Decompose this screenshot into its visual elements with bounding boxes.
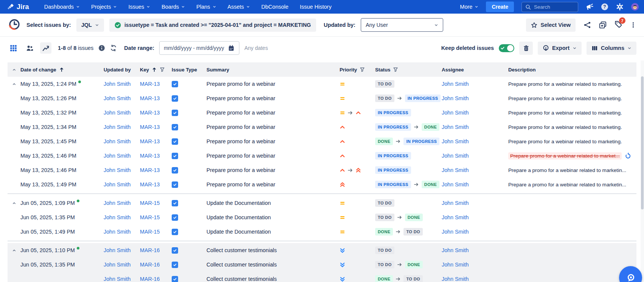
updated-by-link[interactable]: John Smith	[104, 124, 131, 130]
share-icon[interactable]	[583, 21, 591, 29]
table-row[interactable]: Jun 05, 2025, 1:35 PM John Smith MAR-16 …	[8, 257, 636, 272]
issue-key-link[interactable]: MAR-13	[140, 138, 160, 144]
table-row[interactable]: May 13, 2025, 1:49 PM John Smith MAR-13 …	[8, 177, 636, 192]
scrollbar-thumb[interactable]	[641, 76, 644, 209]
table-view-toggle[interactable]	[8, 42, 19, 54]
select-mode-dropdown[interactable]: JQL	[76, 19, 104, 32]
export-button[interactable]: Export	[538, 42, 582, 55]
nav-item-issues[interactable]: Issues	[128, 4, 150, 10]
nav-item-issue-history[interactable]: Issue History	[300, 4, 332, 10]
assignee-link[interactable]: John Smith	[442, 214, 469, 220]
calendar-icon[interactable]	[228, 45, 234, 51]
chevron-up-icon[interactable]	[12, 248, 16, 253]
select-view-button[interactable]: Select View	[526, 19, 576, 32]
saved-views-icon[interactable]	[599, 21, 607, 29]
vertical-scrollbar[interactable]	[641, 60, 644, 282]
nav-item-assets[interactable]: Assets	[228, 4, 250, 10]
updated-by-link[interactable]: John Smith	[104, 95, 131, 101]
updated-by-link[interactable]: John Smith	[104, 229, 131, 235]
nav-item-dbconsole[interactable]: DbConsole	[261, 4, 289, 10]
column-header-collapse[interactable]	[8, 68, 20, 72]
assignee-link[interactable]: John Smith	[442, 138, 469, 144]
settings-gear-icon[interactable]	[616, 3, 624, 11]
updated-by-link[interactable]: John Smith	[104, 138, 131, 144]
info-icon[interactable]	[98, 45, 105, 51]
assignee-link[interactable]: John Smith	[442, 153, 469, 159]
assignee-link[interactable]: John Smith	[442, 262, 469, 268]
assignee-link[interactable]: John Smith	[442, 167, 469, 173]
user-avatar[interactable]	[631, 3, 639, 11]
updated-by-link[interactable]: John Smith	[104, 181, 131, 187]
table-row[interactable]: May 13, 2025, 1:34 PM John Smith MAR-13 …	[8, 120, 636, 134]
table-row[interactable]: John Smith MAR-16 Collect customer testi…	[8, 272, 636, 282]
nav-item-dashboards[interactable]: Dashboards	[44, 4, 80, 10]
updated-by-link[interactable]: John Smith	[104, 214, 131, 220]
column-header-description[interactable]: Description	[508, 67, 636, 73]
updated-by-select[interactable]: Any User	[361, 18, 443, 32]
column-header-date-of-change[interactable]: Date of change	[20, 67, 104, 73]
sort-ascending-icon[interactable]	[59, 67, 64, 72]
updated-by-link[interactable]: John Smith	[104, 247, 131, 253]
column-header-assignee[interactable]: Assignee	[442, 67, 508, 73]
table-row[interactable]: May 13, 2025, 1:26 PM John Smith MAR-13 …	[8, 91, 636, 105]
assignee-link[interactable]: John Smith	[442, 81, 469, 87]
issue-key-link[interactable]: MAR-13	[140, 124, 160, 130]
table-row[interactable]: May 13, 2025, 1:46 PM John Smith MAR-13 …	[8, 149, 636, 163]
assignee-link[interactable]: John Smith	[442, 110, 469, 116]
issue-key-link[interactable]: MAR-16	[140, 247, 160, 253]
columns-button[interactable]: Columns	[587, 42, 636, 55]
updated-by-link[interactable]: John Smith	[104, 81, 131, 87]
filter-icon[interactable]	[393, 67, 398, 72]
issue-key-link[interactable]: MAR-16	[140, 262, 160, 268]
global-search[interactable]	[521, 2, 578, 12]
table-row[interactable]: Jun 05, 2025, 1:49 PM John Smith MAR-15 …	[8, 225, 636, 239]
sort-ascending-icon[interactable]	[152, 67, 157, 72]
search-input[interactable]	[534, 4, 576, 10]
nav-item-plans[interactable]: Plans	[196, 4, 216, 10]
table-row[interactable]: Jun 05, 2025, 1:10 PM John Smith MAR-16 …	[8, 243, 636, 257]
updated-by-link[interactable]: John Smith	[104, 200, 131, 206]
issue-key-link[interactable]: MAR-15	[140, 214, 160, 220]
date-range-input[interactable]	[164, 45, 224, 51]
keep-deleted-issues-toggle[interactable]	[499, 44, 514, 52]
updated-by-link[interactable]: John Smith	[104, 262, 131, 268]
assignee-link[interactable]: John Smith	[442, 276, 469, 282]
nav-item-more[interactable]: More	[460, 4, 478, 10]
column-header-summary[interactable]: Summary	[206, 67, 340, 73]
issue-key-link[interactable]: MAR-13	[140, 181, 160, 187]
issue-key-link[interactable]: MAR-13	[140, 81, 160, 87]
help-icon[interactable]	[601, 3, 608, 11]
delete-button[interactable]	[519, 42, 533, 55]
jira-logo[interactable]: Jira	[7, 3, 29, 11]
assignee-link[interactable]: John Smith	[442, 95, 469, 101]
column-header-key[interactable]: Key	[140, 67, 172, 73]
announcements-icon[interactable]	[586, 3, 593, 11]
column-header-updated-by[interactable]: Updated by	[104, 67, 140, 73]
table-row[interactable]: May 13, 2025, 1:46 PM John Smith MAR-13 …	[8, 163, 636, 177]
chevron-up-icon[interactable]	[12, 201, 16, 205]
refresh-icon[interactable]	[110, 45, 117, 51]
issue-key-link[interactable]: MAR-16	[140, 276, 160, 282]
table-row[interactable]: Jun 05, 2025, 1:09 PM John Smith MAR-15 …	[8, 196, 636, 210]
column-header-issue-type[interactable]: Issue Type	[172, 67, 206, 73]
table-row[interactable]: May 13, 2025, 1:24 PM John Smith MAR-13 …	[8, 77, 636, 91]
chart-view-toggle[interactable]	[40, 42, 51, 54]
nav-item-boards[interactable]: Boards	[161, 4, 185, 10]
assignee-link[interactable]: John Smith	[442, 124, 469, 130]
table-row[interactable]: May 13, 2025, 1:32 PM John Smith MAR-13 …	[8, 105, 636, 120]
people-view-toggle[interactable]	[24, 42, 35, 54]
chevron-up-icon[interactable]	[12, 82, 16, 86]
filter-icon[interactable]	[160, 67, 165, 72]
jql-query-field[interactable]: issuetype = Task and created >= "2025-04…	[109, 19, 316, 32]
updated-by-link[interactable]: John Smith	[104, 110, 131, 116]
assignee-link[interactable]: John Smith	[442, 181, 469, 187]
issue-key-link[interactable]: MAR-13	[140, 153, 160, 159]
column-header-status[interactable]: Status	[375, 67, 442, 73]
nav-item-projects[interactable]: Projects	[91, 4, 117, 10]
issue-key-link[interactable]: MAR-15	[140, 229, 160, 235]
assignee-link[interactable]: John Smith	[442, 200, 469, 206]
column-header-priority[interactable]: Priority	[340, 67, 375, 73]
issue-key-link[interactable]: MAR-13	[140, 110, 160, 116]
whats-new-tag-icon[interactable]: 7	[615, 20, 622, 29]
filter-icon[interactable]	[360, 67, 365, 72]
